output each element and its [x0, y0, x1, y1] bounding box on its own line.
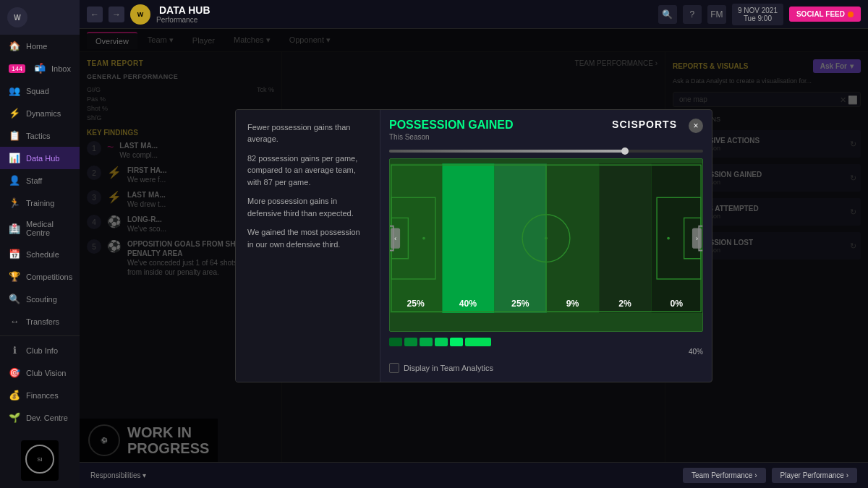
svg-rect-1	[442, 163, 494, 313]
page-title: DATA HUB	[159, 4, 210, 16]
clubvision-icon: 🎯	[9, 367, 20, 378]
si-logo: SI	[25, 445, 54, 474]
display-analytics-checkbox[interactable]	[389, 363, 399, 373]
svg-text:›: ›	[696, 234, 698, 242]
modal-close-button[interactable]: ×	[689, 119, 703, 133]
sidebar-item-dynamics[interactable]: ⚡ Dynamics	[0, 102, 80, 124]
progress-section: 40%	[389, 338, 703, 359]
transfers-icon: ↔	[9, 316, 20, 327]
sidebar-divider	[0, 335, 80, 336]
tactics-icon: 📋	[9, 130, 20, 141]
progress-bar-3	[420, 338, 433, 346]
modal-title: POSSESSION GAINED	[389, 119, 514, 132]
pitch-svg: ‹ › 25% 40% 25% 9% 2% 0%	[390, 159, 702, 331]
sidebar-item-staff[interactable]: 👤 Staff	[0, 169, 80, 192]
slider-track	[389, 150, 703, 153]
scisports-logo: SCISPORTS	[612, 119, 677, 130]
svg-text:‹: ‹	[394, 234, 396, 242]
progress-bar-2	[404, 338, 417, 346]
topbar: ← → W DATA HUB Performance 🔍 ? FM 9 NOV …	[80, 0, 868, 29]
player-performance-button[interactable]: Player Performance ›	[772, 468, 857, 483]
svg-text:9%: 9%	[566, 298, 579, 308]
notification-dot	[848, 12, 854, 17]
clubinfo-icon: ℹ	[9, 345, 20, 356]
pitch: ‹ › 25% 40% 25% 9% 2% 0%	[389, 158, 703, 332]
svg-rect-3	[547, 163, 599, 313]
forward-button[interactable]: →	[109, 7, 124, 22]
sidebar: W 🏠 Home 144 📬 Inbox 👥 Squad ⚡ Dynamics …	[0, 0, 80, 488]
team-badge-topbar: W	[130, 4, 150, 25]
sidebar-item-competitions[interactable]: 🏆 Competitions	[0, 265, 80, 288]
svg-point-16	[422, 236, 425, 239]
svg-text:25%: 25%	[407, 298, 425, 308]
possession-slider[interactable]	[389, 150, 703, 153]
sidebar-item-clubinfo[interactable]: ℹ Club Info	[0, 339, 80, 361]
squad-icon: 👥	[9, 85, 20, 96]
svg-point-9	[545, 236, 548, 239]
fm-button[interactable]: FM	[707, 5, 726, 24]
schedule-icon: 📅	[9, 249, 20, 260]
devcentre-icon: 🌱	[9, 412, 20, 423]
modal-overlay[interactable]: Fewer possession gains than average. 82 …	[80, 29, 868, 462]
sidebar-item-clubvision[interactable]: 🎯 Club Vision	[0, 361, 80, 384]
dynamics-icon: ⚡	[9, 108, 20, 119]
svg-point-17	[667, 236, 670, 239]
modal-subtitle: This Season	[389, 133, 514, 141]
responsibilities-button[interactable]: Responsibilities ▾	[90, 471, 146, 479]
sidebar-item-datahub[interactable]: 📊 Data Hub	[0, 147, 80, 169]
display-analytics-row: Display in Team Analytics	[389, 363, 703, 373]
sidebar-item-training[interactable]: 🏃 Training	[0, 192, 80, 214]
back-button[interactable]: ←	[87, 7, 103, 22]
sidebar-bottom: SI	[0, 433, 80, 488]
sidebar-item-schedule[interactable]: 📅 Schedule	[0, 243, 80, 265]
svg-text:0%: 0%	[671, 298, 684, 308]
wip-badge: SI	[21, 440, 59, 481]
modal-header: POSSESSION GAINED This Season SCISPORTS …	[389, 119, 703, 141]
progress-value: 40%	[389, 348, 703, 356]
progress-bar-5	[450, 338, 463, 346]
progress-bar-1	[389, 338, 402, 346]
progress-bars	[389, 338, 703, 346]
help-button[interactable]: ?	[683, 5, 702, 24]
staff-icon: 👤	[9, 175, 20, 186]
sidebar-item-transfers[interactable]: ↔ Transfers	[0, 310, 80, 333]
training-icon: 🏃	[9, 197, 20, 208]
svg-text:25%: 25%	[511, 298, 529, 308]
social-feed-button[interactable]: SOCIAL FEED	[789, 7, 861, 22]
sidebar-logo: W	[0, 0, 80, 35]
sidebar-item-scouting[interactable]: 🔍 Scouting	[0, 288, 80, 310]
sidebar-item-tactics[interactable]: 📋 Tactics	[0, 124, 80, 147]
inbox-icon: 📬	[34, 63, 46, 74]
search-button[interactable]: 🔍	[658, 5, 677, 24]
svg-text:40%: 40%	[459, 298, 477, 308]
modal-right-panel: POSSESSION GAINED This Season SCISPORTS …	[380, 110, 712, 382]
sidebar-item-finances[interactable]: 💰 Finances	[0, 384, 80, 406]
team-badge: W	[7, 7, 27, 27]
medical-icon: 🏥	[9, 223, 20, 234]
progress-bar-4	[435, 338, 448, 346]
scouting-icon: 🔍	[9, 294, 20, 304]
sidebar-item-inbox[interactable]: 144 📬 Inbox	[0, 57, 80, 80]
modal-desc-3: More possession gains in defensive third…	[247, 195, 368, 219]
modal-left-panel: Fewer possession gains than average. 82 …	[236, 110, 380, 382]
finances-icon: 💰	[9, 390, 20, 401]
date-display: 9 NOV 2021 Tue 9:00	[732, 4, 783, 25]
svg-rect-2	[495, 163, 547, 313]
topbar-right: 🔍 ? FM 9 NOV 2021 Tue 9:00 SOCIAL FEED	[658, 4, 861, 25]
sidebar-item-home[interactable]: 🏠 Home	[0, 35, 80, 57]
display-analytics-label: Display in Team Analytics	[404, 364, 493, 372]
possession-gained-modal: Fewer possession gains than average. 82 …	[235, 109, 712, 382]
slider-thumb	[621, 147, 629, 155]
sidebar-item-squad[interactable]: 👥 Squad	[0, 80, 80, 102]
pitch-container: ‹ › 25% 40% 25% 9% 2% 0%	[389, 158, 703, 332]
datahub-icon: 📊	[9, 153, 20, 163]
sidebar-item-medical[interactable]: 🏥 Medical Centre	[0, 214, 80, 243]
team-performance-button[interactable]: Team Performance ›	[683, 468, 766, 483]
competitions-icon: 🏆	[9, 271, 20, 282]
sidebar-item-devcentre[interactable]: 🌱 Dev. Centre	[0, 406, 80, 429]
home-icon: 🏠	[9, 40, 20, 51]
svg-text:2%: 2%	[618, 298, 631, 308]
slider-fill	[389, 150, 625, 153]
bottom-right-buttons: Team Performance › Player Performance ›	[683, 468, 857, 483]
svg-rect-4	[599, 163, 651, 313]
